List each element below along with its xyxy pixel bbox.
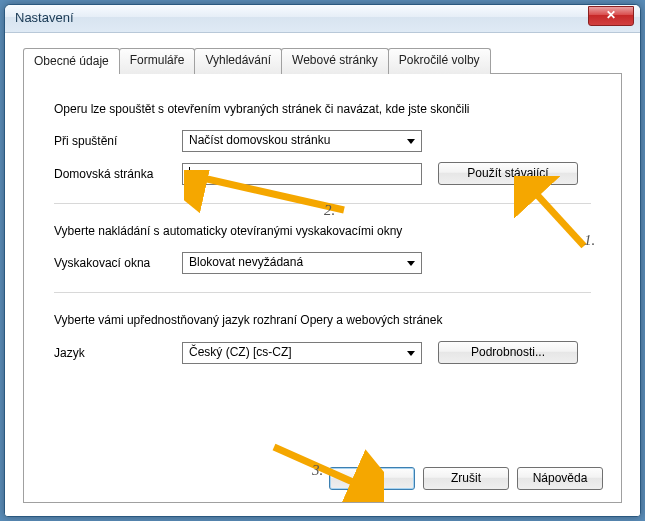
annotation-3: 3. xyxy=(312,462,323,479)
tab-general[interactable]: Obecné údaje xyxy=(23,48,120,74)
startup-select[interactable]: Načíst domovskou stránku xyxy=(182,130,422,152)
arrow-1-icon xyxy=(514,176,594,256)
settings-window: Nastavení ✕ Obecné údaje Formuláře Vyhle… xyxy=(4,4,641,517)
homepage-input[interactable] xyxy=(182,163,422,185)
popup-section-text: Vyberte nakládání s automaticky otevíran… xyxy=(54,224,591,238)
tab-search[interactable]: Vyhledávání xyxy=(194,48,282,74)
startup-label: Při spuštění xyxy=(54,134,182,148)
tab-forms[interactable]: Formuláře xyxy=(119,48,196,74)
dialog-footer: OK Zrušit Nápověda xyxy=(329,467,603,490)
annotation-2: 2. xyxy=(324,202,335,219)
close-icon: ✕ xyxy=(606,8,616,22)
ok-button[interactable]: OK xyxy=(329,467,415,490)
content-area: Obecné údaje Formuláře Vyhledávání Webov… xyxy=(5,33,640,516)
use-current-button[interactable]: Použít stávající xyxy=(438,162,578,185)
language-section-text: Vyberte vámi upřednostňovaný jazyk rozhr… xyxy=(54,313,591,327)
close-button[interactable]: ✕ xyxy=(588,6,634,26)
cancel-button[interactable]: Zrušit xyxy=(423,467,509,490)
tab-webpages[interactable]: Webové stránky xyxy=(281,48,389,74)
window-title: Nastavení xyxy=(15,10,74,25)
details-button[interactable]: Podrobnosti... xyxy=(438,341,578,364)
divider-1 xyxy=(54,203,591,204)
popup-select-value: Blokovat nevyžádaná xyxy=(189,255,303,269)
language-select-value: Český (CZ) [cs-CZ] xyxy=(189,345,292,359)
language-label: Jazyk xyxy=(54,346,182,360)
titlebar: Nastavení ✕ xyxy=(5,5,640,33)
tab-row: Obecné údaje Formuláře Vyhledávání Webov… xyxy=(23,48,622,74)
text-caret xyxy=(189,167,190,181)
homepage-label: Domovská stránka xyxy=(54,167,182,181)
popup-select[interactable]: Blokovat nevyžádaná xyxy=(182,252,422,274)
popup-label: Vyskakovací okna xyxy=(54,256,182,270)
help-button[interactable]: Nápověda xyxy=(517,467,603,490)
startup-section-text: Operu lze spouštět s otevřením vybraných… xyxy=(54,102,591,116)
tab-advanced[interactable]: Pokročilé volby xyxy=(388,48,491,74)
startup-select-value: Načíst domovskou stránku xyxy=(189,133,330,147)
language-select[interactable]: Český (CZ) [cs-CZ] xyxy=(182,342,422,364)
tab-panel-general: Operu lze spouštět s otevřením vybraných… xyxy=(23,73,622,503)
divider-2 xyxy=(54,292,591,293)
